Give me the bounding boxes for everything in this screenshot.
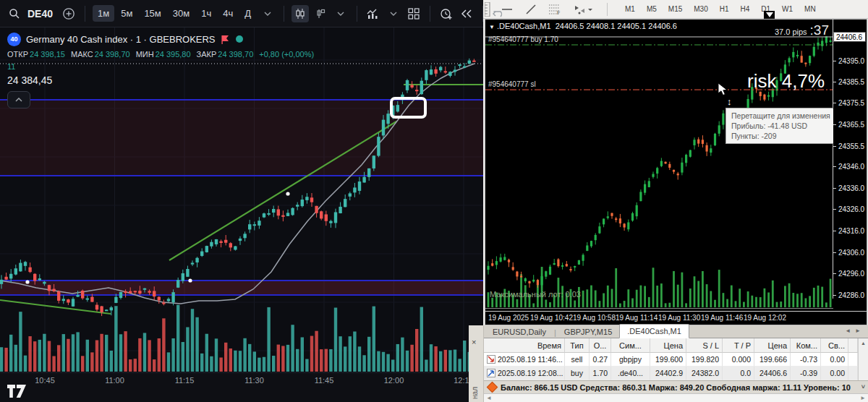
undo-icon[interactable] xyxy=(490,5,508,22)
column-header-9[interactable]: Ком... xyxy=(791,338,821,353)
market-status-dot[interactable] xyxy=(235,35,244,43)
drag-resize-icon: ↕ xyxy=(727,96,732,107)
mt-price-scale[interactable]: 24406.6 24395.024385.524375.524365.52435… xyxy=(833,20,867,299)
tv-timeframe-15м[interactable]: 15м xyxy=(139,5,166,22)
mt-timeframe-MN[interactable]: MN xyxy=(802,4,818,14)
mt-timeframe-M5[interactable]: M5 xyxy=(644,4,659,14)
column-header-7[interactable]: T / P xyxy=(723,338,754,353)
chevron-down-icon[interactable] xyxy=(259,5,276,22)
shapes-tool-icon[interactable] xyxy=(571,2,593,17)
layout-grid-icon[interactable] xyxy=(405,5,422,22)
sell-order-icon xyxy=(487,355,495,364)
flag-icon[interactable] xyxy=(221,35,230,44)
time-axis-label: 11:00 xyxy=(105,376,124,385)
order-volume-cell: 0.27 xyxy=(590,353,611,367)
mt-timeframe-H1[interactable]: H1 xyxy=(718,4,731,14)
terminal-tab-GBPJPYM15[interactable]: GBPJPY,M15 xyxy=(557,325,619,338)
column-header-6[interactable]: S / L xyxy=(686,338,723,353)
price-tick: 24395.0 xyxy=(833,57,867,65)
order-time-cell: 2025.08.19 12:08... xyxy=(484,367,565,380)
column-header-8[interactable]: Цена xyxy=(754,338,791,353)
mt-chart-plot[interactable]: ▼ .DE40Cash,M1 24406.5 24408.1 24405.1 2… xyxy=(485,20,833,312)
symbol-search[interactable]: DE40 xyxy=(27,8,53,20)
tv-timeframe-5м[interactable]: 5м xyxy=(116,5,137,22)
tv-timeframe-Д[interactable]: Д xyxy=(239,5,256,22)
pips-counter: 37.0 pips :37 xyxy=(775,22,829,38)
mouse-cursor xyxy=(718,83,728,96)
column-header-5[interactable]: Цена xyxy=(650,338,686,353)
column-header-4[interactable]: Сим... xyxy=(611,338,650,353)
instrument-title[interactable]: Germany 40 Cash index · 1 · GBEBROKERS xyxy=(26,34,216,45)
toolbar-separator xyxy=(284,6,284,22)
order-commission-cell: -0.39 xyxy=(791,367,821,380)
time-axis-label: 12:00 xyxy=(384,376,404,385)
tv-timeframe-1ч[interactable]: 1ч xyxy=(196,5,216,22)
scroll-left-icon[interactable]: ◄ xyxy=(486,395,492,401)
compare-add-icon[interactable] xyxy=(60,5,77,22)
fibonacci-tool-icon[interactable]: F xyxy=(548,2,562,17)
ohlc-row: ОТКР24 398,15МАКС24 398,70МИН24 395,80ЗА… xyxy=(7,50,314,59)
tv-chart-area[interactable]: 40 Germany 40 Cash index · 1 · GBEBROKER… xyxy=(0,27,483,372)
candles-style-icon[interactable] xyxy=(292,5,309,22)
chevron-down-icon[interactable]: ˅ xyxy=(861,383,865,390)
instrument-logo: 40 xyxy=(7,33,21,46)
column-header-1[interactable]: Время xyxy=(484,338,565,353)
ohlc-label: МИН xyxy=(136,50,154,59)
chart-drop-marker xyxy=(764,11,775,19)
bar-style-icon[interactable] xyxy=(312,5,329,22)
order-row[interactable]: 2025.08.19 12:08...buy1.70.de40...24402.… xyxy=(484,367,858,380)
price-tick: 24306.0 xyxy=(833,249,867,257)
order-filler-cell xyxy=(848,353,858,367)
price-tick: 24355.5 xyxy=(833,142,867,150)
time-axis-label: 19 Aug 10:58 xyxy=(573,314,616,322)
mt-chart-title[interactable]: ▼ .DE40Cash,M1 24406.5 24408.1 24405.1 2… xyxy=(489,22,677,30)
search-icon[interactable] xyxy=(6,5,23,22)
tv-time-axis[interactable]: 10:4511:0011:1511:3011:4512:0012:15 xyxy=(0,372,483,389)
order-price2-cell: 199.666 xyxy=(754,353,791,367)
alert-add-icon[interactable] xyxy=(438,5,455,22)
current-price-box: 24406.6 xyxy=(833,32,866,42)
scroll-right-icon[interactable]: ► xyxy=(860,395,866,401)
mt-timeframe-M15[interactable]: M15 xyxy=(666,4,684,14)
mt-timeframe-H4[interactable]: H4 xyxy=(739,4,752,14)
trendline-tool-icon[interactable] xyxy=(524,2,538,17)
mt-timeframe-W1[interactable]: W1 xyxy=(780,4,795,14)
tv-timeframe-4ч[interactable]: 4ч xyxy=(218,5,238,22)
price-tick: 24326.0 xyxy=(833,205,867,213)
table-vertical-scrollbar[interactable]: ▲ xyxy=(858,338,868,380)
tab-scroll-arrows[interactable]: ◄► xyxy=(845,328,865,334)
order-volume-cell: 1.70 xyxy=(590,367,611,380)
tv-toolbar: DE40 1м5м15м30м1ч4чД xyxy=(0,0,483,27)
close-icon[interactable]: × xyxy=(472,338,476,346)
terminal-main: EURUSD,Daily|GBPJPY,M15.DE40Cash,M1◄► Вр… xyxy=(484,325,868,402)
mt-timeframe-M1[interactable]: M1 xyxy=(623,4,637,14)
bar-replay-icon[interactable] xyxy=(458,5,475,22)
chevron-down-icon[interactable] xyxy=(332,5,349,22)
mt-chart-canvas[interactable] xyxy=(485,20,833,312)
indicators-icon[interactable] xyxy=(365,5,382,22)
tradingview-logo[interactable] xyxy=(7,385,27,398)
ohlc-label: ЗАКР xyxy=(197,50,217,59)
terminal-tab-DE40CashM1[interactable]: .DE40Cash,M1 xyxy=(619,324,689,338)
tab-separator: | xyxy=(554,328,556,337)
mt-timeframe-M30[interactable]: M30 xyxy=(692,4,710,14)
horizontal-scrollbar[interactable]: ◄ ► xyxy=(484,393,868,402)
terminal-tab-EURUSDDaily[interactable]: EURUSD,Daily xyxy=(485,325,553,338)
mt-time-axis[interactable]: 19 Aug 202519 Aug 10:4219 Aug 10:5819 Au… xyxy=(485,311,867,325)
column-header-3[interactable]: О... xyxy=(590,338,611,353)
tv-timeframe-30м[interactable]: 30м xyxy=(168,5,195,22)
column-header-10[interactable]: Св... xyxy=(821,338,848,353)
scroll-up-icon[interactable]: ▲ xyxy=(859,338,868,346)
price-tick: 24346.0 xyxy=(833,163,867,171)
price-tick: 24316.0 xyxy=(833,227,867,235)
bar-timer: :37 xyxy=(810,22,829,38)
tv-bottom-strip xyxy=(0,388,483,402)
time-axis-label: 19 Aug 11:46 xyxy=(701,314,743,322)
collapse-legend-button[interactable] xyxy=(7,91,30,108)
buy-order-label[interactable]: #954640777 buy 1.70 xyxy=(488,35,558,43)
chevron-down-icon[interactable] xyxy=(385,5,402,22)
column-header-2[interactable]: Тип xyxy=(565,338,590,353)
stoploss-label[interactable]: #954640777 sl xyxy=(488,80,536,88)
order-row[interactable]: 2025.08.19 11:46...sell0.27gbpjpy199.600… xyxy=(484,353,858,367)
tv-timeframe-1м[interactable]: 1м xyxy=(93,5,114,22)
